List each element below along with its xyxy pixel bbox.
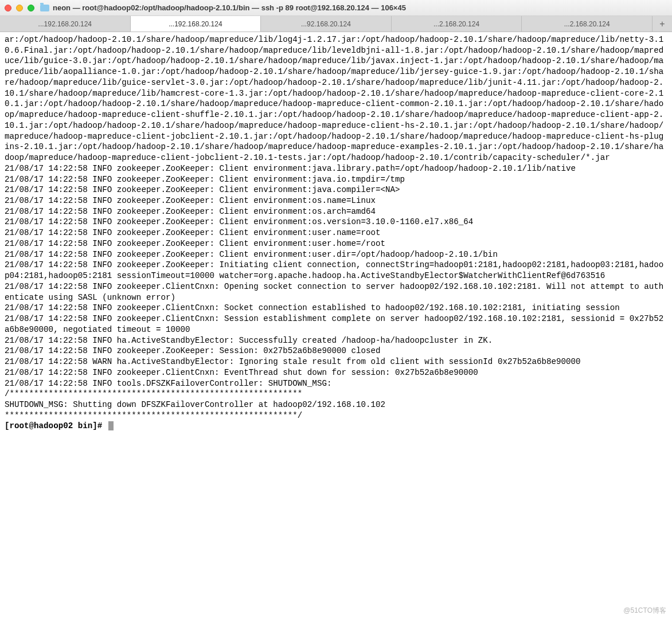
maximize-window-button[interactable] — [28, 5, 34, 11]
terminal-log-line: /***************************************… — [5, 389, 302, 398]
window-titlebar: neon — root@hadoop02:/opt/hadoop/hadoop-… — [0, 0, 672, 16]
terminal-log-line: 21/08/17 14:22:58 INFO zookeeper.ZooKeep… — [5, 346, 381, 355]
terminal-tab-3[interactable]: ...2.168.20.124 — [392, 16, 522, 32]
terminal-log-line: 21/08/17 14:22:58 INFO tools.DFSZKFailov… — [5, 379, 331, 388]
tab-label: ...192.168.20.124 — [169, 20, 222, 28]
close-window-button[interactable] — [5, 5, 11, 11]
tab-label: ...92.168.20.124 — [301, 20, 351, 28]
terminal-log-line: 21/08/17 14:22:58 INFO zookeeper.ClientC… — [5, 368, 478, 377]
terminal-log-line: 21/08/17 14:22:58 INFO zookeeper.ZooKeep… — [5, 207, 376, 216]
terminal-log-line: 21/08/17 14:22:58 INFO zookeeper.ZooKeep… — [5, 217, 473, 226]
terminal-tab-0[interactable]: ...192.168.20.124 — [0, 16, 131, 32]
window-title: neon — root@hadoop02:/opt/hadoop/hadoop-… — [53, 3, 406, 12]
plus-icon: + — [659, 19, 665, 29]
terminal-log-line: 21/08/17 14:22:58 INFO zookeeper.ZooKeep… — [5, 250, 498, 259]
tab-label: ...2.168.20.124 — [564, 20, 610, 28]
terminal-classpath-line: ar:/opt/hadoop/hadoop-2.10.1/share/hadoo… — [5, 35, 663, 162]
tab-label: ...192.168.20.124 — [38, 20, 92, 28]
new-tab-button[interactable]: + — [653, 16, 672, 32]
terminal-log-line: 21/08/17 14:22:58 INFO zookeeper.ZooKeep… — [5, 196, 376, 205]
terminal-log-line: 21/08/17 14:22:58 INFO zookeeper.ZooKeep… — [5, 239, 385, 248]
terminal-tab-1[interactable]: ...192.168.20.124 — [131, 16, 261, 32]
terminal-log-line: 21/08/17 14:22:58 INFO zookeeper.ClientC… — [5, 314, 663, 334]
terminal-log-line: 21/08/17 14:22:58 INFO zookeeper.ZooKeep… — [5, 260, 663, 280]
terminal-log-line: SHUTDOWN_MSG: Shutting down DFSZKFailove… — [5, 400, 385, 409]
terminal-log-line: 21/08/17 14:22:58 INFO zookeeper.ZooKeep… — [5, 164, 576, 173]
tab-bar: ...192.168.20.124 ...192.168.20.124 ...9… — [0, 16, 672, 32]
terminal-log-line: ****************************************… — [5, 411, 302, 420]
terminal-log-line: 21/08/17 14:22:58 INFO ha.ActiveStandbyE… — [5, 336, 493, 345]
minimize-window-button[interactable] — [16, 5, 23, 11]
terminal-log-line: 21/08/17 14:22:58 INFO zookeeper.ZooKeep… — [5, 175, 405, 184]
folder-icon — [40, 5, 49, 11]
terminal-log-line: 21/08/17 14:22:58 INFO zookeeper.ClientC… — [5, 303, 620, 312]
terminal-log-line: 21/08/17 14:22:58 INFO zookeeper.ZooKeep… — [5, 185, 400, 194]
terminal-tab-2[interactable]: ...92.168.20.124 — [261, 16, 392, 32]
shell-prompt: [root@hadoop02 bin]# — [5, 421, 107, 430]
tab-label: ...2.168.20.124 — [433, 20, 479, 28]
terminal-log-line: 21/08/17 14:22:58 INFO zookeeper.ClientC… — [5, 282, 663, 302]
traffic-lights — [5, 5, 34, 11]
terminal-tab-4[interactable]: ...2.168.20.124 — [522, 16, 653, 32]
terminal-viewport[interactable]: ar:/opt/hadoop/hadoop-2.10.1/share/hadoo… — [0, 32, 672, 434]
terminal-log-line: 21/08/17 14:22:58 WARN ha.ActiveStandbyE… — [5, 357, 581, 366]
cursor-icon — [108, 421, 114, 430]
terminal-log-line: 21/08/17 14:22:58 INFO zookeeper.ZooKeep… — [5, 228, 381, 237]
watermark: @51CTO博客 — [623, 606, 666, 616]
